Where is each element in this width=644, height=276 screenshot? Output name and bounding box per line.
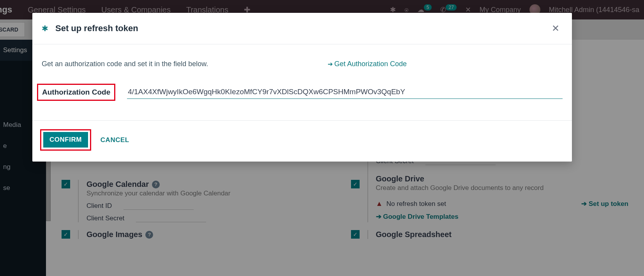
refresh-token-modal: ✱ Set up refresh token ✕ Get an authoriz… bbox=[32, 13, 572, 162]
bug-icon[interactable]: ✱ bbox=[42, 24, 48, 33]
get-authorization-link[interactable]: ➔ Get Authorization Code bbox=[328, 60, 407, 68]
cancel-button[interactable]: CANCEL bbox=[101, 136, 129, 144]
close-icon[interactable]: ✕ bbox=[549, 21, 563, 35]
modal-footer: CONFIRM CANCEL bbox=[32, 120, 572, 162]
modal-header: ✱ Set up refresh token ✕ bbox=[32, 13, 572, 44]
modal-body: Get an authorization code and set it in … bbox=[32, 44, 572, 120]
arrow-right-icon: ➔ bbox=[328, 60, 333, 68]
modal-title: Set up refresh token bbox=[55, 23, 138, 33]
authorization-code-label: Authorization Code bbox=[37, 84, 115, 101]
confirm-button[interactable]: CONFIRM bbox=[43, 132, 88, 148]
confirm-highlight: CONFIRM bbox=[40, 129, 91, 151]
authorization-code-input[interactable] bbox=[127, 86, 563, 99]
modal-instruction: Get an authorization code and set it in … bbox=[42, 60, 208, 68]
